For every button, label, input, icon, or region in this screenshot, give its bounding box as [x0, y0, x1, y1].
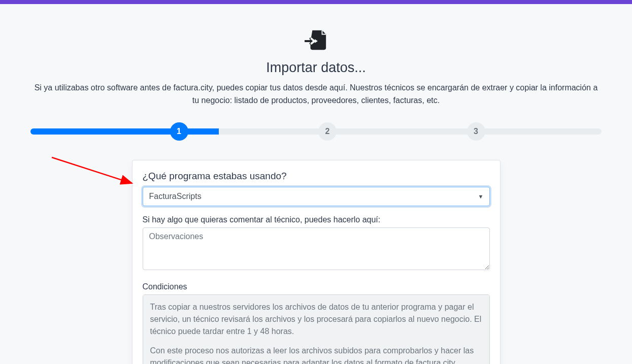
conditions-label: Condiciones	[143, 282, 490, 291]
form-card: ¿Qué programa estabas usando? ▼ Si hay a…	[132, 160, 501, 364]
main-container: Importar datos... Si ya utilizabas otro …	[0, 4, 632, 364]
progress-fill	[30, 128, 219, 135]
conditions-paragraph-2: Con este proceso nos autorizas a leer lo…	[150, 345, 482, 364]
conditions-box[interactable]: Tras copiar a nuestros servidores los ar…	[143, 294, 490, 364]
progress-stepper: 1 2 3	[30, 121, 602, 142]
file-import-icon	[305, 28, 328, 52]
progress-track	[30, 128, 602, 135]
program-question-label: ¿Qué programa estabas usando?	[143, 171, 490, 182]
step-3: 3	[467, 122, 485, 141]
step-2: 2	[318, 122, 337, 141]
step-1: 1	[170, 122, 188, 141]
comment-label: Si hay algo que quieras comentar al técn…	[143, 215, 490, 224]
page-description: Si ya utilizabas otro software antes de …	[32, 82, 601, 107]
conditions-paragraph-1: Tras copiar a nuestros servidores los ar…	[150, 301, 482, 338]
program-select-input[interactable]	[143, 187, 490, 206]
icon-wrap	[28, 28, 604, 52]
comment-textarea[interactable]	[143, 227, 490, 270]
program-select-wrap: ▼	[143, 187, 490, 206]
page-title: Importar datos...	[28, 60, 604, 76]
top-accent-bar	[0, 0, 632, 4]
